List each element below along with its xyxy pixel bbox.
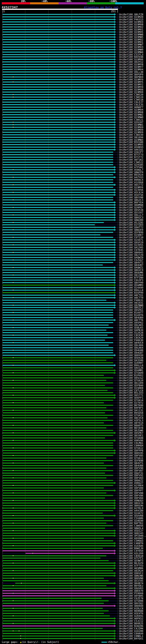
hit-label[interactable]: UniRef100_A1EAA6 (119, 544, 143, 547)
hit-bar[interactable] (2, 410, 113, 411)
hit-bar[interactable] (2, 79, 114, 80)
hit-bar[interactable] (2, 350, 113, 351)
hit-bar[interactable] (2, 352, 113, 353)
hit-bar[interactable] (2, 540, 113, 541)
hit-bar[interactable] (2, 455, 113, 456)
hit-label[interactable]: UniRef100_Q19MW7 (119, 44, 143, 46)
hit-bar[interactable] (2, 194, 114, 195)
hit-bar[interactable] (2, 588, 114, 589)
hit-bar[interactable] (2, 282, 114, 283)
hit-bar[interactable] (2, 247, 114, 248)
hit-bar[interactable] (2, 109, 114, 110)
hit-label[interactable]: UniRef100_Q9SCG2 (119, 377, 143, 379)
hit-bar[interactable] (2, 29, 114, 30)
hit-bar[interactable] (2, 114, 114, 115)
hit-label[interactable]: UniRef100_Q7XA10 (119, 379, 143, 382)
hit-bar[interactable] (2, 192, 114, 193)
hit-bar[interactable] (2, 124, 114, 125)
hit-bar[interactable] (2, 157, 113, 158)
hit-bar[interactable] (2, 342, 113, 343)
hit-bar[interactable] (2, 242, 114, 243)
hit-bar[interactable] (2, 46, 114, 48)
hit-bar[interactable] (2, 84, 114, 85)
hit-bar[interactable] (2, 502, 114, 504)
hit-bar[interactable] (2, 117, 114, 118)
hit-bar[interactable] (2, 262, 113, 263)
hit-bar[interactable] (2, 89, 114, 90)
hit-bar[interactable] (2, 628, 103, 629)
hit-bar[interactable] (2, 337, 113, 338)
hit-bar[interactable] (2, 450, 114, 451)
hit-bar[interactable] (2, 623, 114, 624)
hit-label[interactable]: UniRef100_Q5FBA0 (119, 384, 143, 387)
hit-bar[interactable] (2, 49, 114, 50)
hit-bar[interactable] (2, 535, 114, 536)
hit-bar[interactable] (2, 382, 113, 383)
hit-bar[interactable] (2, 252, 114, 253)
hit-bar[interactable] (2, 244, 114, 245)
hit-bar[interactable] (2, 327, 113, 328)
hit-bar[interactable] (2, 335, 108, 336)
hit-bar[interactable] (2, 492, 106, 494)
hit-bar[interactable] (2, 212, 114, 213)
hit-label[interactable]: UniRef100_Q9FV90 (119, 467, 143, 470)
hit-bar[interactable] (2, 422, 104, 423)
hit-bar[interactable] (2, 250, 114, 250)
hit-bar[interactable] (2, 290, 114, 290)
hit-bar[interactable] (2, 69, 114, 70)
hit-bar[interactable] (2, 76, 114, 78)
hit-bar[interactable] (2, 26, 114, 28)
hit-label[interactable]: UniRef100_P48631 (119, 299, 143, 302)
hit-bar[interactable] (2, 32, 114, 32)
hit-label[interactable]: UniRef100_B4YQU1 (119, 637, 143, 640)
hit-bar[interactable] (2, 555, 106, 556)
hit-bar[interactable] (2, 127, 114, 128)
hit-bar[interactable] (2, 42, 114, 42)
hit-bar[interactable] (2, 220, 114, 220)
hit-bar[interactable] (2, 593, 114, 594)
hit-bar[interactable] (2, 465, 113, 466)
hit-bar[interactable] (2, 638, 114, 639)
hit-bar[interactable] (2, 610, 109, 611)
hit-label[interactable]: UniRef100_Q8W2B9 (119, 219, 143, 221)
hit-bar[interactable] (2, 385, 105, 386)
hit-bar[interactable] (2, 285, 114, 286)
hit-bar[interactable] (2, 307, 114, 308)
hit-bar[interactable] (2, 485, 113, 486)
hit-bar[interactable] (2, 204, 114, 206)
hit-bar[interactable] (2, 167, 114, 168)
hit-bar[interactable] (2, 432, 114, 433)
hit-label[interactable]: UniRef100_Q19MX1 (119, 41, 143, 44)
hit-bar[interactable] (2, 149, 114, 150)
hit-label[interactable]: UniRef100_Q9FV87 (119, 470, 143, 472)
hit-bar[interactable] (2, 565, 114, 566)
hit-bar[interactable] (2, 355, 114, 356)
hit-bar[interactable] (2, 482, 114, 484)
hit-label[interactable]: UniRef100_A1D2H0 (119, 630, 143, 632)
hit-bar[interactable] (2, 445, 113, 446)
hit-bar[interactable] (2, 56, 114, 57)
hit-bar[interactable] (2, 402, 104, 403)
hit-bar[interactable] (2, 119, 114, 120)
hit-bar[interactable] (2, 603, 104, 604)
hit-bar[interactable] (2, 197, 113, 198)
hit-bar[interactable] (2, 52, 114, 52)
hit-bar[interactable] (2, 19, 114, 20)
hit-bar[interactable] (2, 154, 113, 155)
hit-bar[interactable] (2, 152, 113, 152)
hit-bar[interactable] (2, 202, 114, 203)
hit-label[interactable]: UniRef100_Q5S3X7 (119, 211, 143, 214)
hit-label[interactable]: UniRef100_B9WIJ0 (119, 547, 143, 550)
hit-bar[interactable] (2, 74, 114, 75)
hit-bar[interactable] (2, 317, 113, 318)
hit-bar[interactable] (2, 570, 113, 571)
hit-bar[interactable] (2, 222, 104, 223)
hit-label[interactable]: UniRef100_Q19MW4 (119, 51, 143, 54)
hit-bar[interactable] (2, 314, 113, 316)
hit-bar[interactable] (2, 179, 113, 180)
hit-bar[interactable] (2, 134, 114, 135)
hit-label[interactable]: UniRef100_Q9LLL7 (119, 214, 143, 216)
hit-bar[interactable] (2, 257, 114, 258)
hit-bar[interactable] (2, 533, 114, 534)
hit-bar[interactable] (2, 528, 105, 529)
